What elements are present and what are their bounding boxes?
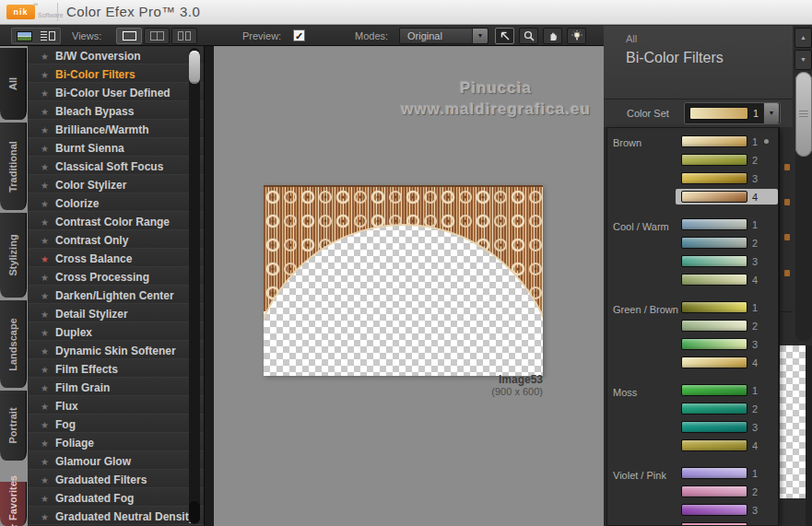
star-icon[interactable]: ★	[41, 217, 49, 228]
panel-scroll-down-button[interactable]: ▼	[794, 50, 812, 70]
filter-list-scrollbar-thumb[interactable]	[189, 51, 200, 84]
color-swatch[interactable]	[681, 421, 747, 433]
star-icon[interactable]: ★	[41, 125, 49, 135]
star-icon[interactable]: ★	[41, 107, 49, 117]
color-set-option[interactable]: 3	[676, 253, 778, 269]
star-icon[interactable]: ★	[41, 70, 49, 80]
color-set-option[interactable]: 1	[676, 216, 778, 232]
color-set-option[interactable]: 4	[676, 520, 778, 526]
color-set-option[interactable]: 2	[676, 484, 778, 499]
color-swatch[interactable]	[681, 522, 747, 526]
image-only-button[interactable]	[12, 29, 36, 43]
filter-item[interactable]: ★Classical Soft Focus	[28, 157, 204, 175]
tab-landscape[interactable]: Landscape	[0, 300, 27, 388]
select-tool-button[interactable]	[495, 28, 514, 44]
color-swatch[interactable]	[681, 255, 747, 267]
filter-item[interactable]: ★Bleach Bypass	[28, 101, 204, 120]
filter-item[interactable]: ★Darken/Lighten Center	[28, 286, 204, 304]
filter-item[interactable]: ★B/W Conversion	[28, 46, 204, 64]
filter-item[interactable]: ★Contrast Only	[28, 230, 204, 249]
tab-traditional[interactable]: Traditional	[0, 123, 27, 210]
color-set-option-selected[interactable]: 4	[676, 189, 778, 205]
filter-item[interactable]: ★Graduated Neutral Density	[28, 507, 204, 525]
color-set-option[interactable]: 2	[676, 152, 778, 168]
color-set-option[interactable]: 1	[676, 299, 778, 315]
star-icon[interactable]: ★	[41, 144, 49, 154]
star-icon[interactable]: ★	[41, 402, 49, 412]
zoom-tool-button[interactable]	[519, 28, 538, 44]
modes-dropdown[interactable]: Original Image ▼	[399, 28, 488, 44]
filter-item[interactable]: ★Dynamic Skin Softener	[28, 341, 204, 359]
color-set-option[interactable]: 1	[676, 134, 778, 149]
color-set-option[interactable]: 2	[676, 318, 778, 333]
filter-item[interactable]: ★Graduated Fog	[28, 488, 204, 507]
filter-item[interactable]: ★Graduated Filters	[28, 470, 204, 488]
star-icon[interactable]: ★	[41, 162, 49, 172]
color-set-option[interactable]: 3	[676, 419, 778, 435]
star-icon[interactable]: ★	[41, 457, 49, 467]
star-icon[interactable]: ★	[41, 383, 49, 393]
color-swatch[interactable]	[681, 439, 747, 451]
color-swatch[interactable]	[681, 320, 747, 332]
color-set-option[interactable]: 3	[676, 336, 778, 352]
star-icon[interactable]: ★	[41, 512, 49, 522]
color-set-option[interactable]: 2	[676, 401, 778, 416]
star-icon[interactable]: ★	[41, 199, 49, 209]
color-set-option[interactable]: 3	[676, 170, 778, 186]
preview-image[interactable]	[264, 185, 543, 376]
color-set-option[interactable]: 4	[676, 438, 778, 453]
color-swatch[interactable]	[681, 135, 747, 147]
filter-item[interactable]: ★Duplex	[28, 322, 204, 341]
filter-item[interactable]: ★Fog	[28, 415, 204, 433]
tab-all[interactable]: All	[0, 48, 27, 120]
star-icon[interactable]: ★	[41, 346, 49, 357]
tab-favorites[interactable]: ★ Favorites	[0, 482, 27, 526]
single-view-button[interactable]	[116, 28, 142, 44]
color-swatch[interactable]	[681, 504, 747, 516]
filter-list-scrollbar-track[interactable]	[189, 48, 200, 524]
color-swatch[interactable]	[681, 237, 747, 249]
color-swatch[interactable]	[681, 191, 747, 203]
filter-item-favorite[interactable]: ★Cross Balance	[28, 249, 204, 267]
filter-item[interactable]: ★Brilliance/Warmth	[28, 120, 204, 138]
filter-item[interactable]: ★Contrast Color Range	[28, 212, 204, 230]
filter-item-selected[interactable]: ★Bi-Color Filters	[28, 64, 204, 83]
filter-item[interactable]: ★Glamour Glow	[28, 451, 204, 470]
filter-item[interactable]: ★Flux	[28, 396, 204, 415]
star-icon[interactable]: ★	[41, 494, 49, 504]
star-icon[interactable]: ★	[41, 88, 49, 99]
filter-item[interactable]: ★Foliage	[28, 433, 204, 451]
filter-item[interactable]: ★Cross Processing	[28, 267, 204, 286]
filter-item[interactable]: ★Film Effects	[28, 359, 204, 378]
color-set-option[interactable]: 4	[676, 355, 778, 370]
star-icon[interactable]: ★	[41, 291, 49, 301]
filter-item[interactable]: ★Film Grain	[28, 378, 204, 396]
star-icon[interactable]: ★	[41, 438, 49, 449]
color-swatch[interactable]	[681, 301, 747, 313]
star-icon[interactable]: ★	[41, 52, 49, 62]
tab-stylizing[interactable]: Stylizing	[0, 213, 27, 298]
color-swatch[interactable]	[681, 485, 747, 497]
star-icon[interactable]: ★	[41, 236, 49, 246]
chevron-down-icon[interactable]: ▼	[763, 103, 779, 123]
color-swatch[interactable]	[681, 154, 747, 166]
filter-item[interactable]: ★Color Stylizer	[28, 175, 204, 193]
color-swatch[interactable]	[681, 384, 747, 396]
filter-item[interactable]: ★Detail Stylizer	[28, 304, 204, 322]
color-set-option[interactable]: 2	[676, 235, 778, 251]
color-swatch[interactable]	[681, 338, 747, 350]
star-icon[interactable]: ★	[41, 254, 49, 264]
color-set-option[interactable]: 1	[676, 465, 778, 481]
filter-list-scrollbar-bottom[interactable]	[189, 501, 200, 523]
color-set-option[interactable]: 1	[676, 382, 778, 398]
star-icon[interactable]: ★	[41, 328, 49, 338]
color-swatch[interactable]	[681, 274, 747, 286]
color-set-option[interactable]: 4	[676, 272, 778, 287]
star-icon[interactable]: ★	[41, 475, 49, 485]
filter-item[interactable]: ★Colorize	[28, 193, 204, 212]
preview-checkbox[interactable]: ✓	[293, 29, 305, 41]
list-and-image-button[interactable]	[36, 29, 60, 43]
star-icon[interactable]: ★	[41, 310, 49, 320]
star-icon[interactable]: ★	[41, 420, 49, 430]
color-swatch[interactable]	[681, 172, 747, 184]
